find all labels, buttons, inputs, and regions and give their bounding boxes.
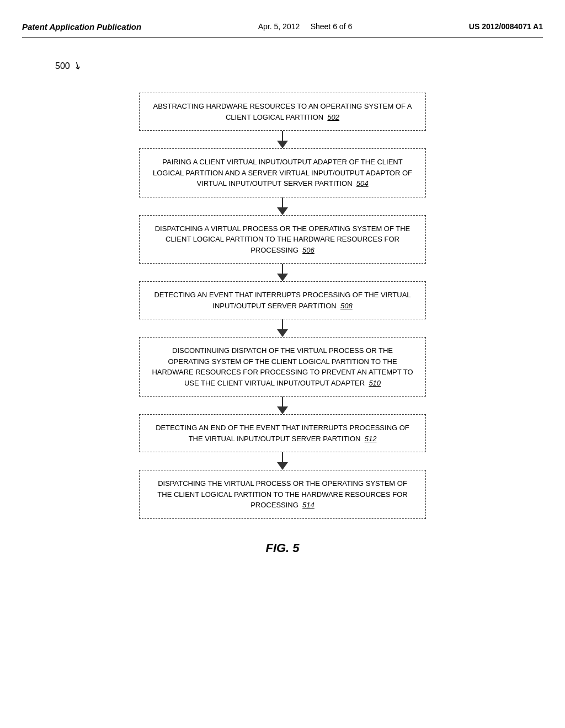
- arrow-line-5: [282, 397, 283, 406]
- step-510-box: DISCONTINUING DISPATCH OF THE VIRTUAL PR…: [139, 337, 426, 397]
- figure-label: FIG. 5: [265, 541, 299, 555]
- arrow-3: [277, 264, 288, 281]
- step-514-num: 514: [302, 501, 315, 509]
- diagram-number: 500: [55, 61, 70, 71]
- arrow-1: [277, 131, 288, 148]
- publication-date: Apr. 5, 2012: [258, 22, 300, 31]
- step-506-num: 506: [302, 246, 315, 254]
- arrow-line-6: [282, 452, 283, 462]
- step-508-num: 508: [340, 302, 353, 310]
- arrow-line-2: [282, 197, 283, 207]
- arrow-head-5: [277, 406, 288, 414]
- step-504-box: PAIRING A CLIENT VIRTUAL INPUT/OUTPUT AD…: [139, 148, 426, 197]
- arrow-line-4: [282, 319, 283, 329]
- arrow-line-3: [282, 264, 283, 274]
- arrow-head-3: [277, 274, 288, 281]
- step-504-num: 504: [356, 179, 369, 188]
- arrow-head-4: [277, 329, 288, 337]
- diagram-arrow: ↘: [71, 58, 84, 73]
- sheet-info: Sheet 6 of 6: [311, 22, 353, 31]
- header-center: Apr. 5, 2012 Sheet 6 of 6: [258, 22, 352, 31]
- diagram-label: 500 ↘: [55, 60, 82, 72]
- step-508-box: DETECTING AN EVENT THAT INTERRUPTS PROCE…: [139, 281, 426, 319]
- arrow-4: [277, 319, 288, 337]
- arrow-line-1: [282, 131, 283, 141]
- arrow-2: [277, 197, 288, 215]
- step-502-box: ABSTRACTING HARDWARE RESOURCES TO AN OPE…: [139, 93, 426, 131]
- step-504-text: PAIRING A CLIENT VIRTUAL INPUT/OUTPUT AD…: [153, 158, 412, 188]
- arrow-head-2: [277, 207, 288, 215]
- page-header: Patent Application Publication Apr. 5, 2…: [22, 11, 543, 38]
- step-508-text: DETECTING AN EVENT THAT INTERRUPTS PROCE…: [154, 291, 411, 310]
- flow-container: ABSTRACTING HARDWARE RESOURCES TO AN OPE…: [139, 93, 426, 519]
- arrow-head-1: [277, 141, 288, 148]
- page: Patent Application Publication Apr. 5, 2…: [0, 0, 565, 728]
- step-512-box: DETECTING AN END OF THE EVENT THAT INTER…: [139, 414, 426, 452]
- step-506-text: DISPATCHING A VIRTUAL PROCESS OR THE OPE…: [155, 224, 411, 254]
- step-512-num: 512: [365, 435, 377, 443]
- step-514-box: DISPATCHING THE VIRTUAL PROCESS OR THE O…: [139, 470, 426, 519]
- diagram-area: 500 ↘ ABSTRACTING HARDWARE RESOURCES TO …: [22, 54, 543, 566]
- step-502-text: ABSTRACTING HARDWARE RESOURCES TO AN OPE…: [153, 102, 412, 121]
- step-506-box: DISPATCHING A VIRTUAL PROCESS OR THE OPE…: [139, 215, 426, 264]
- arrow-5: [277, 397, 288, 414]
- step-514-text: DISPATCHING THE VIRTUAL PROCESS OR THE O…: [157, 479, 407, 509]
- step-502-num: 502: [327, 113, 339, 121]
- step-510-num: 510: [369, 379, 381, 387]
- patent-number: US 2012/0084071 A1: [469, 22, 543, 31]
- arrow-6: [277, 452, 288, 470]
- publication-label: Patent Application Publication: [22, 22, 141, 31]
- arrow-head-6: [277, 462, 288, 470]
